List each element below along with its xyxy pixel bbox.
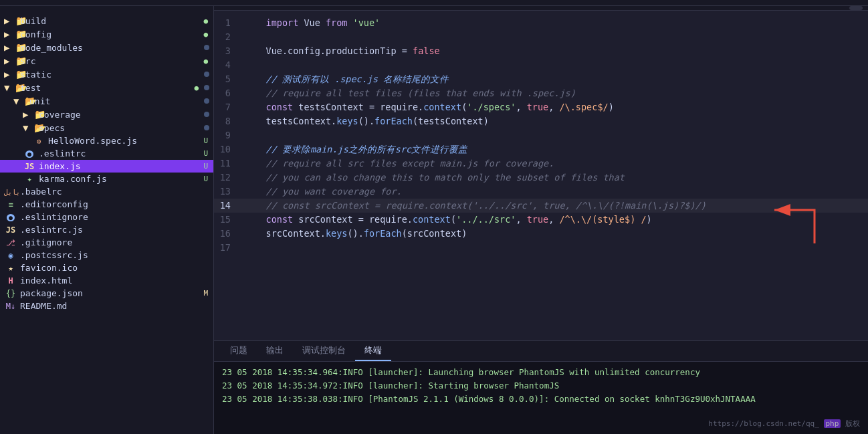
terminal-tab-debug-console[interactable]: 调试控制台 [293,341,355,361]
file-badge: U [203,162,213,171]
dot-indicator [204,98,209,104]
sidebar-item-unit[interactable]: ▼ 📂 unit [0,94,213,108]
sidebar-item-static[interactable]: ▶ 📁 static [0,68,213,81]
file-label: favicon.ico [17,263,213,273]
editor-area: 1 import Vue from 'vue' 2 3 Vue.config.p… [214,6,868,434]
file-badge: ● [203,30,213,39]
sidebar-item-favicon.ico[interactable]: ★ favicon.ico [0,261,213,274]
sidebar-item-config[interactable]: ▶ 📁 config ● [0,27,213,41]
sidebar-item-test[interactable]: ▼ 📂 test ● [0,81,213,94]
code-line-1: 1 import Vue from 'vue' [214,16,868,30]
sidebar-item-.postcssrc.js[interactable]: ◉ .postcssrc.js [0,249,213,261]
file-type-icon: ▶ 📁 [4,42,17,53]
file-label: test [17,83,194,93]
dot-indicator [204,85,209,90]
line-number: 8 [214,114,244,128]
line-number: 9 [214,128,244,142]
file-label: .editorconfig [17,199,213,209]
sidebar: ▶ 📁 build ● ▶ 📁 config ● ▶ 📁 node_module… [0,6,214,434]
file-label: coverage [36,110,204,120]
dot-indicator [204,72,209,77]
file-label: .postcssrc.js [17,250,213,260]
code-editor[interactable]: 1 import Vue from 'vue' 2 3 Vue.config.p… [214,11,868,340]
sidebar-item-index.js[interactable]: JS index.js U [0,160,213,173]
sidebar-item-build[interactable]: ▶ 📁 build ● [0,14,213,27]
file-type-icon: ▼ 📂 [4,82,17,93]
line-content: const srcContext = require.context('../.… [244,213,868,227]
sidebar-item-specs[interactable]: ▼ 📂 specs [0,121,213,134]
sidebar-item-.eslintrc.js[interactable]: JS .eslintrc.js [0,223,213,236]
file-badge: ● [203,17,213,25]
file-label: src [17,56,203,66]
line-number: 14 [214,199,244,213]
dot-indicator [204,112,209,117]
file-label: unit [27,96,204,106]
dot-indicator [204,45,209,50]
terminal-tab-problems[interactable]: 问题 [221,341,257,361]
line-number: 16 [214,227,244,241]
line-content: const testsContext = require.context('./… [244,100,868,114]
code-line-16: 16 srcContext.keys().forEach(srcContext) [214,227,868,241]
line-content: // you can also change this to match onl… [244,171,868,185]
line-content: // 测试所有以 .spec.js 名称结尾的文件 [244,72,868,86]
sidebar-item-.eslintrc[interactable]: ● .eslintrc U [0,147,213,160]
sidebar-item-package.json[interactable]: {} package.json M [0,287,213,300]
sidebar-item-node_modules[interactable]: ▶ 📁 node_modules [0,41,213,54]
terminal-tab-output[interactable]: 输出 [257,341,293,361]
file-type-icon: ▼ 📂 [23,122,36,133]
file-label: index.html [17,276,213,286]
sidebar-item-.eslintignore[interactable]: ● .eslintignore [0,211,213,223]
file-label: node_modules [17,43,204,53]
sidebar-item-.gitignore[interactable]: ⎇ .gitignore [0,236,213,249]
file-label: package.json [17,288,203,298]
line-content [244,128,868,142]
sidebar-item-src[interactable]: ▶ 📁 src ● [0,54,213,68]
line-content: // const srcContext = require.context('.… [244,199,868,213]
file-label: karma.conf.js [36,174,203,184]
file-type-icon: ▶ 📁 [4,69,17,80]
line-number: 3 [214,44,244,58]
file-badge: U [203,149,213,158]
terminal-line: 23 05 2018 14:35:38.038:INFO [PhantomJS … [222,393,860,406]
file-type-icon: JS [4,225,17,235]
terminal-tab-terminal[interactable]: 终端 [355,341,391,361]
line-content: // 要求除main.js之外的所有src文件进行覆盖 [244,142,868,156]
file-type-icon: ⚙ [32,136,45,146]
file-type-icon: ★ [4,263,17,273]
sidebar-item-HelloWord.spec.js[interactable]: ⚙ HelloWord.spec.js U [0,134,213,147]
file-type-icon: {} [4,288,17,298]
php-badge: php [824,419,841,428]
file-type-icon: JS [23,161,36,171]
file-type-icon: ◉ [4,250,17,260]
file-type-icon: ✦ [23,174,36,184]
sidebar-item-.babelrc[interactable]: بابل .babelrc [0,185,213,198]
code-line-12: 12 // you can also change this to match … [214,171,868,185]
sidebar-item-coverage[interactable]: ▶ 📁 coverage [0,108,213,121]
line-number: 4 [214,58,244,72]
terminal-line: 23 05 2018 14:35:34.972:INFO [launcher]:… [222,379,860,393]
line-number: 2 [214,30,244,44]
sidebar-item-README.md[interactable]: M↓ README.md [0,300,213,312]
tab-bar [214,6,868,11]
code-line-9: 9 [214,128,868,142]
sidebar-item-index.html[interactable]: H index.html [0,274,213,287]
spec-file-icon: ⚙ [37,137,41,146]
sidebar-item-karma.conf.js[interactable]: ✦ karma.conf.js U [0,173,213,185]
file-type-icon: ▶ 📁 [4,56,17,66]
line-number: 6 [214,86,244,100]
file-label: .eslintrc.js [17,225,213,235]
tab-right[interactable] [849,6,863,10]
sidebar-item-.editorconfig[interactable]: ≡ .editorconfig [0,198,213,211]
code-line-7: 7 const testsContext = require.context('… [214,100,868,114]
file-type-icon: ≡ [4,199,17,209]
code-line-14: 14 // const srcContext = require.context… [214,199,868,213]
eslint-icon: ● [7,214,15,221]
code-line-6: 6 // require all test files (files that … [214,86,868,100]
ico-icon: ★ [8,263,13,273]
file-label: index.js [36,161,203,171]
line-number: 1 [214,16,244,30]
code-line-3: 3 Vue.config.productionTip = false [214,44,868,58]
file-type-icon: ▼ 📂 [13,96,27,106]
file-label: config [17,29,203,39]
line-content: Vue.config.productionTip = false [244,44,868,58]
